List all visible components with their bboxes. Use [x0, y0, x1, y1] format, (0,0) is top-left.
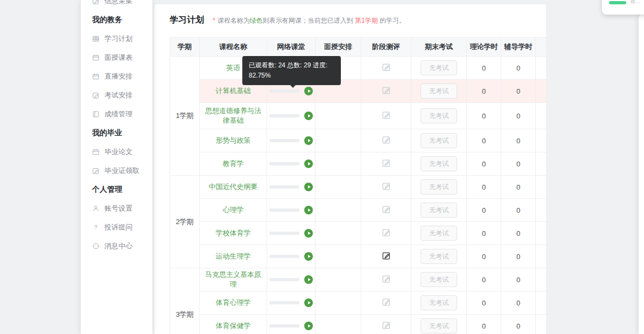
play-button[interactable]: [304, 136, 313, 145]
sidebar-item[interactable]: 毕业证领取: [81, 161, 152, 180]
play-button[interactable]: [304, 298, 313, 307]
toast-notification: 你…: [602, 0, 644, 15]
extra-clipped-cell: [536, 199, 547, 222]
course-progress-bar[interactable]: [269, 324, 299, 328]
play-button[interactable]: [304, 206, 313, 214]
sidebar: 信息采集我的教务学习计划面授课表直播安排考试安排成绩管理我的毕业毕业论文毕业证领…: [81, 0, 152, 334]
course-progress-bar[interactable]: [269, 208, 299, 212]
sidebar-item[interactable]: 成绩管理: [81, 105, 152, 123]
course-link[interactable]: 体育心理学: [216, 298, 251, 308]
stage-assessment-cell: [361, 222, 411, 245]
sidebar-item[interactable]: 毕业论文: [81, 142, 152, 161]
course-link[interactable]: 马克思主义基本原理: [204, 270, 263, 289]
stage-assessment-icon[interactable]: [382, 297, 391, 307]
play-button[interactable]: [304, 183, 313, 191]
course-link[interactable]: 形势与政策: [216, 136, 251, 145]
no-exam-button[interactable]: 无考试: [421, 179, 457, 194]
online-class-cell: [267, 129, 316, 152]
play-button[interactable]: [304, 87, 313, 95]
sidebar-item[interactable]: 消息中心: [81, 236, 152, 255]
sidebar-item[interactable]: 直播安排: [81, 67, 152, 86]
semester-cell: 1学期: [170, 57, 200, 176]
stage-assessment-cell: [361, 291, 411, 315]
play-button[interactable]: [304, 229, 313, 238]
course-link[interactable]: 教育学: [223, 159, 244, 169]
face-to-face-cell: [316, 103, 361, 129]
stage-assessment-cell: [361, 57, 411, 80]
stage-assessment-icon[interactable]: [382, 321, 391, 330]
page-note: *课程名称为绿色则表示有网课；当前您已进入到 第1学期 的学习。: [213, 16, 405, 25]
toast-progress-pill: [609, 1, 626, 4]
course-progress-bar[interactable]: [269, 255, 299, 258]
course-link[interactable]: 思想道德修养与法律基础: [204, 106, 263, 126]
tutor-hours-cell: 0: [501, 315, 536, 334]
course-link[interactable]: 计算机基础: [216, 86, 251, 96]
no-exam-button[interactable]: 无考试: [421, 203, 457, 218]
course-progress-bar[interactable]: [269, 162, 299, 165]
play-button[interactable]: [304, 275, 313, 284]
course-progress-bar[interactable]: [269, 89, 299, 93]
online-class-cell: [267, 315, 316, 334]
no-exam-button[interactable]: 无考试: [421, 108, 457, 123]
stage-assessment-cell: [361, 176, 411, 199]
course-progress-bar[interactable]: [269, 278, 299, 281]
sidebar-item[interactable]: 投诉提问: [81, 218, 152, 236]
column-header: 面授安排: [316, 38, 361, 57]
course-progress-bar[interactable]: [269, 185, 299, 189]
course-link[interactable]: 中国近代史纲要: [209, 182, 258, 192]
no-exam-button[interactable]: 无考试: [421, 60, 457, 75]
theory-hours-cell: 0: [467, 268, 501, 291]
online-class-cell: [267, 245, 316, 268]
sidebar-item[interactable]: 考试安排: [81, 86, 152, 105]
stage-assessment-icon[interactable]: [382, 110, 391, 120]
stage-assessment-icon[interactable]: [382, 62, 391, 72]
study-plan-table-wrap: 学期课程名称网络课堂面授安排阶段测评期末考试理论学时辅导学时实践学时1学期英语无…: [170, 37, 546, 334]
play-button[interactable]: [304, 112, 313, 120]
no-exam-button[interactable]: 无考试: [421, 272, 457, 287]
no-exam-button[interactable]: 无考试: [421, 226, 457, 241]
column-header: 辅导学时: [501, 38, 536, 57]
sidebar-item[interactable]: 学习计划: [81, 29, 152, 48]
user-icon: [92, 205, 100, 212]
stage-assessment-icon[interactable]: [382, 86, 391, 95]
stage-assessment-icon[interactable]: [382, 135, 391, 144]
no-exam-button[interactable]: 无考试: [421, 156, 457, 171]
sidebar-item-label: 消息中心: [104, 241, 132, 251]
stage-assessment-icon[interactable]: [382, 228, 391, 237]
report-icon: [92, 110, 100, 118]
course-link[interactable]: 体育保健学: [216, 321, 251, 331]
stage-assessment-icon[interactable]: [382, 158, 391, 168]
sidebar-item[interactable]: 信息采集: [81, 0, 152, 10]
course-link[interactable]: 英语: [226, 63, 240, 73]
sidebar-item[interactable]: 账号设置: [81, 199, 152, 218]
no-exam-button[interactable]: 无考试: [421, 318, 457, 333]
no-exam-button[interactable]: 无考试: [421, 84, 457, 99]
course-progress-bar[interactable]: [269, 114, 299, 117]
no-exam-button[interactable]: 无考试: [421, 295, 457, 310]
tutor-hours-cell: 0: [501, 57, 536, 80]
play-button[interactable]: [304, 252, 313, 261]
tutor-hours-cell: 0: [501, 268, 536, 291]
tutor-hours-cell: 0: [501, 199, 536, 222]
stage-assessment-icon[interactable]: [382, 251, 391, 260]
sidebar-item-label: 毕业论文: [104, 147, 132, 157]
course-progress-bar[interactable]: [269, 232, 299, 235]
course-progress-bar[interactable]: [269, 301, 299, 304]
stage-assessment-icon[interactable]: [382, 182, 391, 191]
stage-assessment-icon[interactable]: [382, 205, 391, 214]
course-link[interactable]: 学校体育学: [216, 228, 251, 238]
course-progress-bar[interactable]: [269, 139, 299, 142]
sidebar-section-header: 我的教务: [81, 10, 152, 29]
no-exam-button[interactable]: 无考试: [421, 133, 457, 148]
course-link[interactable]: 运动生理学: [216, 252, 251, 261]
play-button[interactable]: [304, 322, 313, 330]
course-link[interactable]: 心理学: [223, 205, 244, 215]
calendar-icon: [92, 73, 100, 80]
sidebar-item[interactable]: 面授课表: [81, 48, 152, 67]
course-name-cell: 中国近代史纲要: [200, 176, 267, 199]
stage-assessment-icon[interactable]: [382, 274, 391, 283]
no-exam-button[interactable]: 无考试: [421, 249, 457, 264]
play-button[interactable]: [304, 159, 313, 168]
column-header: 网络课堂: [267, 38, 316, 57]
extra-clipped-cell: [536, 57, 547, 80]
